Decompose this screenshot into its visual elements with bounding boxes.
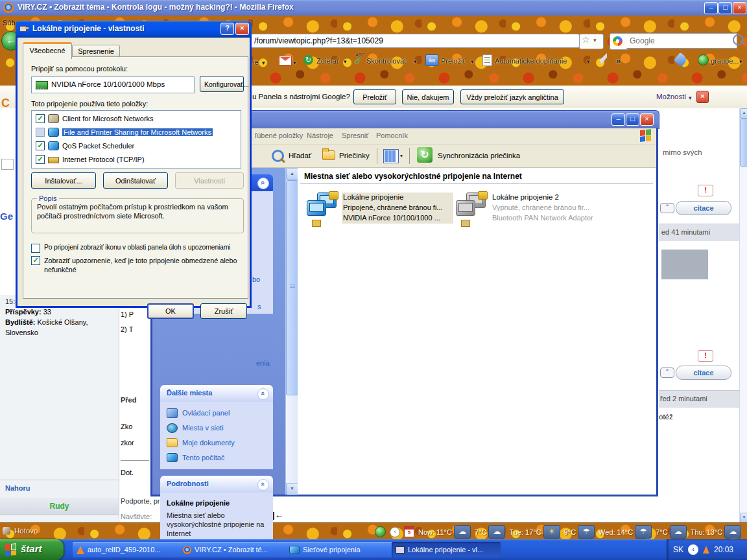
toolbar-folders-label[interactable]: Priečinky xyxy=(339,152,370,159)
protocol-label[interactable]: Internet Protocol (TCP/IP) xyxy=(62,156,145,163)
checkbox-checked-icon[interactable]: ✓ xyxy=(36,114,45,123)
ok-button[interactable]: OK xyxy=(147,303,194,319)
protocol-label[interactable]: Client for Microsoft Networks xyxy=(62,115,154,122)
mail-icon[interactable] xyxy=(279,56,292,65)
gtoolbar-caret2-icon[interactable]: ▾ xyxy=(293,60,296,66)
protocol-row-3[interactable]: ✓ QoS Packet Scheduler xyxy=(36,141,134,150)
infobar-options-caret-icon[interactable]: ▾ xyxy=(689,95,692,101)
translate-caret-icon[interactable]: ▾ xyxy=(471,58,474,65)
infobar-always-translate-button[interactable]: Vždy preložiť jazyk angličtina xyxy=(460,89,564,104)
account-label[interactable]: graupe... xyxy=(711,57,739,65)
share-label[interactable]: Zdieľať xyxy=(316,57,339,65)
weather-segment[interactable]: Now: 11°C ☁ xyxy=(418,525,471,539)
share-caret-icon[interactable]: ▾ xyxy=(344,58,347,65)
folders-icon[interactable] xyxy=(322,150,335,160)
install-button[interactable]: Inštalovať... xyxy=(31,172,96,189)
weather-segment[interactable]: 7°C ☁ xyxy=(656,525,686,539)
firefox-minimize-icon[interactable]: – xyxy=(704,2,718,14)
collapse-chevron-icon[interactable]: « xyxy=(257,388,269,400)
bookmark-star-icon[interactable]: ☆ xyxy=(582,34,590,45)
checkbox-checked-icon[interactable]: ✓ xyxy=(36,141,45,150)
search-engine-box[interactable] xyxy=(610,33,628,50)
dialog-close-icon[interactable]: × xyxy=(235,23,249,35)
explorer-minimize-icon[interactable]: – xyxy=(611,113,625,126)
dialog-titlebar[interactable]: Lokálne pripojenie - vlastnosti ? × xyxy=(16,21,252,38)
link-control-panel[interactable]: Ovládací panel xyxy=(182,409,230,417)
url-input[interactable] xyxy=(250,34,580,48)
explorer-maximize-icon[interactable]: □ xyxy=(626,113,639,126)
autofill-label[interactable]: Automatické dopĺňanie xyxy=(495,57,567,65)
weather-segment[interactable]: Wed: 14°C ☂ xyxy=(599,525,652,539)
autofill-caret-icon[interactable]: ▾ xyxy=(587,58,590,65)
taskbar-task-network-connections[interactable]: Sieťové pripojenia xyxy=(285,542,394,557)
link-my-computer[interactable]: Tento počítač xyxy=(182,454,224,461)
protocol-row-2[interactable]: File and Printer Sharing for Microsoft N… xyxy=(36,128,213,137)
properties-button[interactable]: Vlastnosti xyxy=(175,172,244,189)
views-icon[interactable] xyxy=(383,149,399,163)
sync-icon[interactable]: ↻ xyxy=(417,147,433,163)
pane-scrollbar[interactable]: ▲ ▼ xyxy=(285,168,298,495)
checkbox-unchecked-icon[interactable] xyxy=(36,128,45,137)
explorer-close-icon[interactable]: × xyxy=(640,113,654,126)
forum-username[interactable]: Rudy xyxy=(50,502,69,511)
views-caret-icon[interactable]: ▾ xyxy=(400,153,403,159)
report-button-1[interactable]: ! xyxy=(698,185,713,196)
firefox-restore-icon[interactable]: □ xyxy=(718,2,732,14)
show-icon-checkbox-row[interactable]: Po pripojení zobraziť ikonu v oblasti pa… xyxy=(31,244,230,253)
weather-segment[interactable]: 7°C ☁ xyxy=(475,525,505,539)
menu-help[interactable]: Pomocník xyxy=(376,132,408,139)
scroll-down-icon[interactable]: ▼ xyxy=(286,483,298,495)
quote-button-2[interactable]: citace xyxy=(676,366,731,380)
collapse-chevron-icon[interactable]: « xyxy=(257,479,269,491)
taskbar-task-connection-properties[interactable]: Lokálne pripojenie - vl... xyxy=(392,542,501,557)
translate-icon[interactable]: âa xyxy=(425,54,438,66)
infobar-close-icon[interactable]: × xyxy=(696,91,709,103)
menu-favorites[interactable]: ľúbené položky xyxy=(255,132,303,139)
details-header[interactable]: Podrobnosti « xyxy=(160,476,273,493)
search-input[interactable] xyxy=(626,33,737,49)
scroll-thumb[interactable] xyxy=(740,119,747,167)
other-places-header[interactable]: Ďalšie miesta « xyxy=(160,385,273,402)
forum-top-link[interactable]: Nahoru xyxy=(5,484,30,492)
account-status-icon[interactable] xyxy=(698,54,709,65)
uninstall-button[interactable]: Odinštalovať xyxy=(103,172,168,189)
scroll-down-icon[interactable]: ▼ xyxy=(740,513,747,523)
link-network-places[interactable]: Miesta v sieti xyxy=(182,424,224,432)
protocol-listbox[interactable]: ✓ Client for Microsoft Networks File and… xyxy=(31,110,241,169)
url-dropdown-icon[interactable]: ▾ xyxy=(593,37,597,43)
configure-button[interactable]: Konfigurovať... xyxy=(200,76,244,92)
cancel-button[interactable]: Zrušiť xyxy=(200,303,247,319)
infobar-translate-button[interactable]: Preložiť xyxy=(353,89,396,104)
search-magnifier-icon[interactable] xyxy=(733,34,744,45)
report-button-2[interactable]: ! xyxy=(698,350,713,362)
scroll-thumb[interactable] xyxy=(286,180,298,395)
gtoolbar-caret1-icon[interactable]: ▾ xyxy=(262,60,265,66)
spellcheck-label[interactable]: Skontrolovať xyxy=(366,57,407,65)
spellcheck-icon[interactable]: ✓ xyxy=(354,56,362,66)
infobar-options-button[interactable]: Možnosti xyxy=(656,93,686,100)
protocol-label[interactable]: QoS Packet Scheduler xyxy=(62,142,134,150)
weather-segment[interactable]: Thu: 13°C ☁ xyxy=(691,525,742,539)
browser-scrollbar[interactable]: ▲ ▼ xyxy=(739,108,747,522)
toolbar-sync-label[interactable]: Synchronizácia priečinka xyxy=(438,152,520,159)
tray-cone-icon[interactable] xyxy=(703,546,709,554)
firefox-menu-file[interactable]: Súb xyxy=(3,19,16,27)
tray-clock[interactable]: 20:03 xyxy=(714,545,733,554)
task-link-fragment-4[interactable]: enia xyxy=(256,359,270,367)
protocol-label-selected[interactable]: File and Printer Sharing for Microsoft N… xyxy=(62,128,213,136)
wrench-icon[interactable] xyxy=(674,52,689,67)
infobar-no-thanks-button[interactable]: Nie, ďakujem xyxy=(402,89,454,104)
link-my-documents[interactable]: Moje dokumenty xyxy=(182,439,235,447)
menu-advanced[interactable]: Spresniť xyxy=(342,132,368,139)
weather-segment[interactable]: Tue: 17°C ☀ xyxy=(509,525,560,539)
toolbar-search-label[interactable]: Hľadať xyxy=(289,152,311,159)
weather-segment[interactable]: 9°C ☂ xyxy=(564,525,595,539)
firefox-titlebar[interactable]: VIRY.CZ • Zobrazit téma - Kontrola logu … xyxy=(0,0,747,16)
protocol-row-1[interactable]: ✓ Client for Microsoft Networks xyxy=(36,114,154,123)
checkbox-checked-icon[interactable]: ✓ xyxy=(36,155,45,164)
gtoolbar-fragment[interactable]: ie xyxy=(253,58,259,66)
translate-label[interactable]: Preložiť xyxy=(441,57,466,65)
checkbox-unchecked-icon[interactable] xyxy=(31,244,40,253)
quote-button-1[interactable]: citace xyxy=(676,201,731,215)
start-button[interactable]: štart xyxy=(0,539,64,560)
